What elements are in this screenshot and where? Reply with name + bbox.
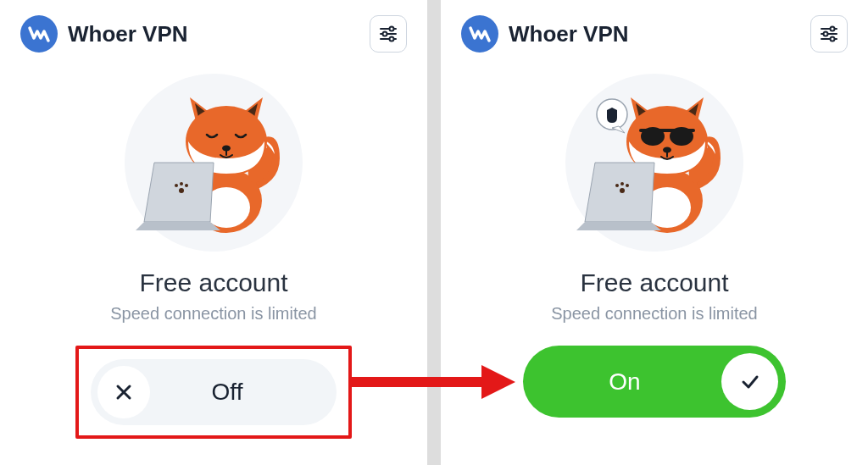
- svg-point-31: [615, 184, 619, 187]
- app-logo: [20, 15, 58, 53]
- svg-point-18: [824, 32, 828, 36]
- check-icon: [739, 371, 761, 393]
- svg-marker-35: [481, 365, 515, 399]
- x-icon: [114, 383, 133, 401]
- fox-mascot-icon: [129, 82, 298, 243]
- svg-point-20: [831, 37, 835, 42]
- account-title: Free account: [580, 268, 728, 297]
- toggle-label: On: [523, 368, 726, 396]
- settings-button[interactable]: [810, 15, 848, 53]
- svg-point-32: [620, 182, 624, 185]
- account-subtitle: Speed connection is limited: [551, 304, 757, 324]
- svg-point-27: [641, 127, 665, 146]
- svg-point-1: [390, 27, 394, 31]
- app-title: Whoer VPN: [509, 21, 629, 47]
- toggle-knob: [97, 366, 150, 418]
- svg-point-28: [670, 127, 693, 146]
- fox-mascot-cool-icon: [570, 82, 739, 243]
- mascot-illustration: [125, 74, 303, 252]
- svg-point-14: [185, 184, 188, 187]
- mascot-illustration: [565, 74, 743, 252]
- svg-point-5: [390, 37, 394, 42]
- vpn-toggle-off[interactable]: Off: [91, 359, 337, 425]
- highlight-box: Off: [75, 346, 352, 439]
- toggle-knob: [721, 353, 778, 410]
- app-logo: [461, 15, 498, 53]
- header-left: Whoer VPN: [461, 15, 629, 53]
- header: Whoer VPN: [20, 15, 407, 53]
- sliders-icon: [379, 25, 398, 43]
- vpn-toggle-on[interactable]: On: [523, 346, 786, 418]
- toggle-label: Off: [150, 379, 330, 406]
- svg-point-3: [383, 32, 387, 36]
- svg-point-11: [179, 188, 184, 193]
- annotation-arrow: [346, 361, 515, 403]
- account-subtitle: Speed connection is limited: [110, 304, 316, 324]
- svg-point-13: [180, 182, 183, 185]
- svg-point-12: [175, 184, 178, 187]
- sliders-icon: [820, 25, 838, 43]
- app-title: Whoer VPN: [68, 21, 188, 47]
- header: Whoer VPN: [461, 15, 848, 53]
- account-title: Free account: [139, 268, 287, 297]
- header-left: Whoer VPN: [20, 15, 188, 53]
- svg-point-16: [831, 27, 835, 31]
- settings-button[interactable]: [370, 15, 407, 53]
- svg-point-33: [626, 184, 629, 187]
- svg-point-30: [620, 188, 625, 193]
